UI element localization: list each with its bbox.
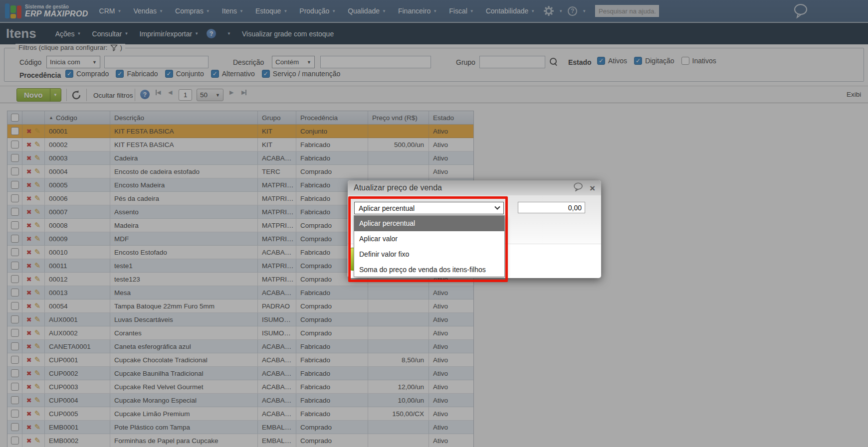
chevron-down-icon (494, 204, 500, 209)
dropdown-option-aplicar-percentual[interactable]: Aplicar percentual (354, 216, 504, 231)
modal-title-bar[interactable]: Atualizar preço de venda × (348, 180, 601, 195)
atualizar-preco-modal: Atualizar preço de venda × Aplicar perce… (348, 180, 601, 278)
modal-title: Atualizar preço de venda (354, 183, 442, 192)
price-update-mode-select[interactable]: Aplicar percentual (354, 202, 504, 214)
dropdown-option-soma-do-preco-de-venda-dos-itens-filhos[interactable]: Soma do preço de venda dos itens-filhos (354, 262, 504, 278)
price-value-input[interactable] (518, 202, 585, 213)
modal-chat-bubble-icon[interactable] (573, 182, 584, 193)
modal-close-icon[interactable]: × (590, 183, 595, 193)
dropdown-option-aplicar-valor[interactable]: Aplicar valor (354, 231, 504, 247)
erp-maxiprod-app: Sistema de gestão ERP MAXIPROD CRM▼Venda… (0, 0, 868, 447)
dropdown-option-definir-valor-fixo[interactable]: Definir valor fixo (354, 247, 504, 262)
price-update-mode-dropdown: Aplicar percentualAplicar valorDefinir v… (354, 215, 505, 277)
